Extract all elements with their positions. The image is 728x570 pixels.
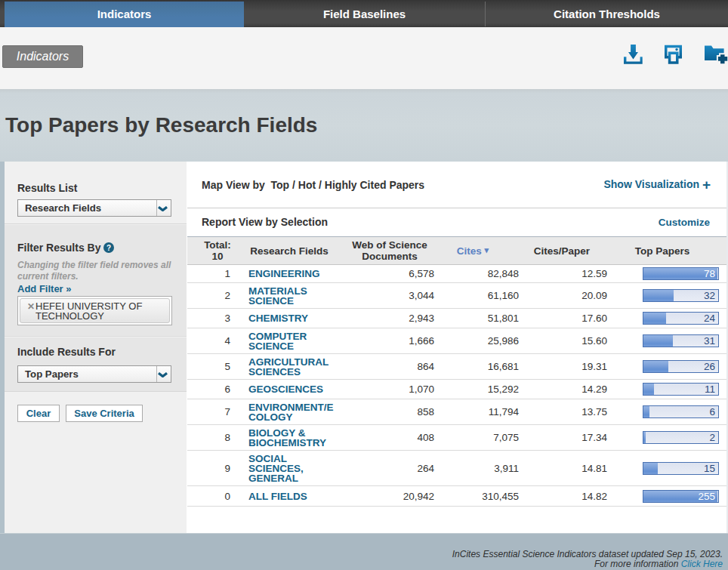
svg-text:?: ? <box>106 244 111 252</box>
